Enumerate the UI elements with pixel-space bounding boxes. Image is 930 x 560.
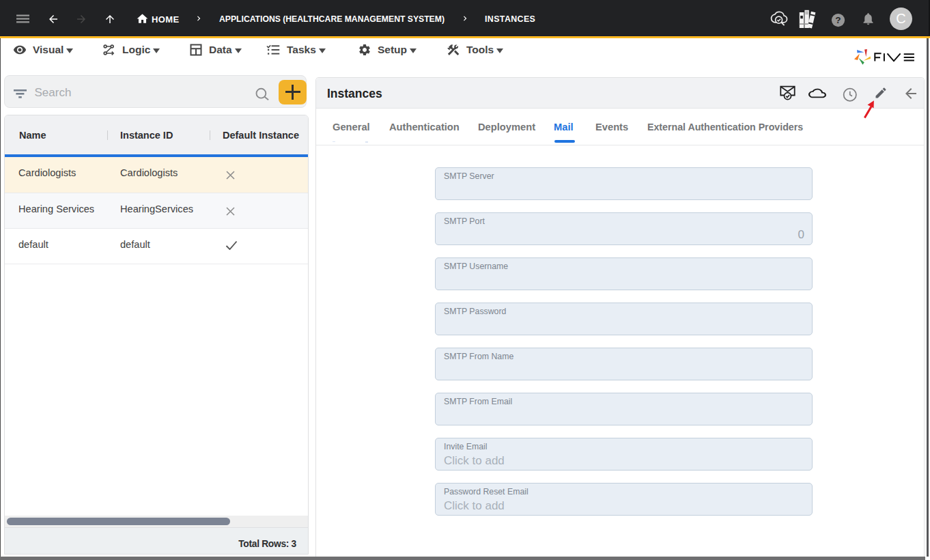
svg-text:?: ? [835,15,841,25]
